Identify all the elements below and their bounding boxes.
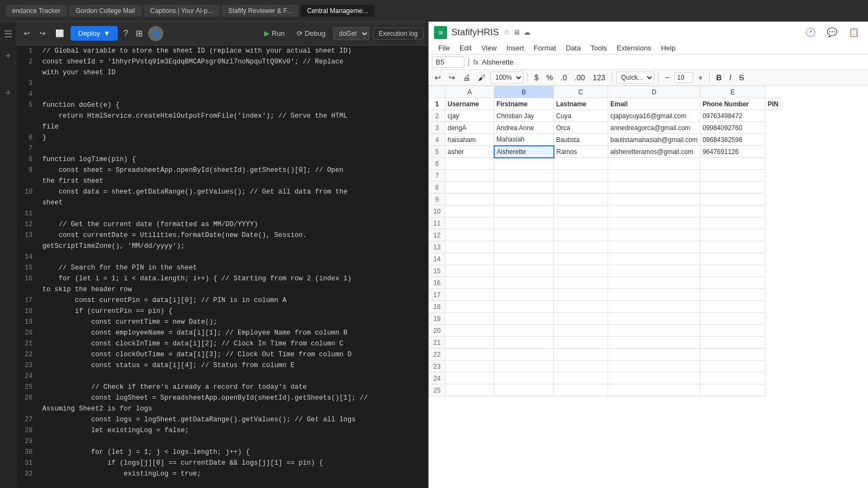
redo-button[interactable]: ↪ xyxy=(36,27,49,40)
empty-cell-7-1[interactable] xyxy=(494,170,554,182)
empty-cell-20-4[interactable] xyxy=(700,325,765,337)
header-cell-5[interactable]: PIN xyxy=(765,98,781,110)
col-header-A[interactable]: A xyxy=(445,86,494,98)
empty-cell-20-3[interactable] xyxy=(608,325,700,337)
empty-cell-21-1[interactable] xyxy=(494,337,554,349)
empty-cell-15-2[interactable] xyxy=(554,265,608,277)
cell-2-c[interactable]: Cuya xyxy=(554,110,608,122)
cell-5-a[interactable]: asher xyxy=(445,146,494,158)
undo-button[interactable]: ↩ xyxy=(21,27,33,40)
tab-central[interactable]: Central Manageme... xyxy=(301,5,374,17)
spreadsheet-container[interactable]: ABCDE1UsernameFirstnameLastnameEmailPhon… xyxy=(429,86,868,488)
formula-input[interactable] xyxy=(482,58,865,66)
cell-3-b[interactable]: Andrea Anne xyxy=(494,122,554,134)
minus-font-btn[interactable]: − xyxy=(662,72,672,84)
cell-3-e[interactable]: 09984092760 xyxy=(700,122,765,134)
bold-btn[interactable]: B xyxy=(713,72,724,84)
menu-item-insert[interactable]: Insert xyxy=(502,42,528,54)
empty-cell-15-4[interactable] xyxy=(700,265,765,277)
empty-cell-14-0[interactable] xyxy=(445,253,494,265)
menu-item-extensions[interactable]: Extensions xyxy=(612,42,656,54)
cell-5-d[interactable]: alsheretteramos@gmail.com xyxy=(608,146,700,158)
cell-4-d[interactable]: bautistamahasiah@gmail.com xyxy=(608,134,700,146)
empty-cell-22-1[interactable] xyxy=(494,349,554,361)
empty-cell-8-1[interactable] xyxy=(494,182,554,194)
empty-cell-6-3[interactable] xyxy=(608,158,700,170)
empty-cell-16-0[interactable] xyxy=(445,277,494,289)
empty-cell-15-3[interactable] xyxy=(608,265,700,277)
empty-cell-6-2[interactable] xyxy=(554,158,608,170)
grid-button[interactable]: ⊞ xyxy=(133,26,145,41)
empty-cell-16-4[interactable] xyxy=(700,277,765,289)
strikethrough-btn[interactable]: S xyxy=(736,72,746,84)
empty-cell-19-0[interactable] xyxy=(445,313,494,325)
empty-cell-18-3[interactable] xyxy=(608,301,700,313)
empty-cell-23-3[interactable] xyxy=(608,361,700,373)
tab-attendance[interactable]: endance Tracker xyxy=(5,5,67,17)
col-header-B[interactable]: B xyxy=(494,86,554,98)
empty-cell-19-1[interactable] xyxy=(494,313,554,325)
tab-mail[interactable]: Gordon College Mail xyxy=(69,5,141,17)
tab-captions[interactable]: Captions | Your AI-p... xyxy=(144,5,220,17)
empty-cell-17-1[interactable] xyxy=(494,289,554,301)
user-avatar[interactable]: 👤 xyxy=(148,26,163,41)
empty-cell-6-1[interactable] xyxy=(494,158,554,170)
empty-cell-20-1[interactable] xyxy=(494,325,554,337)
empty-cell-11-2[interactable] xyxy=(554,217,608,229)
empty-cell-10-2[interactable] xyxy=(554,206,608,217)
empty-cell-16-1[interactable] xyxy=(494,277,554,289)
percent-btn[interactable]: % xyxy=(544,72,556,84)
cell-2-b[interactable]: Christian Jay xyxy=(494,110,554,122)
header-cell-2[interactable]: Lastname xyxy=(554,98,608,110)
empty-cell-10-1[interactable] xyxy=(494,206,554,217)
empty-cell-18-1[interactable] xyxy=(494,301,554,313)
sheets-chat-btn[interactable]: 💬 xyxy=(824,25,841,40)
empty-cell-19-3[interactable] xyxy=(608,313,700,325)
empty-cell-20-0[interactable] xyxy=(445,325,494,337)
cell-2-e[interactable]: 09763498472 xyxy=(700,110,765,122)
print-btn[interactable]: 🖨 xyxy=(460,72,473,84)
header-cell-4[interactable]: Phone Number xyxy=(700,98,765,110)
sidebar-add2-icon[interactable]: ＋ xyxy=(1,84,15,101)
menu-item-data[interactable]: Data xyxy=(561,42,585,54)
empty-cell-8-2[interactable] xyxy=(554,182,608,194)
sidebar-add-icon[interactable]: ＋ xyxy=(1,47,15,64)
cell-reference-input[interactable] xyxy=(432,56,464,68)
empty-cell-18-4[interactable] xyxy=(700,301,765,313)
currency-btn[interactable]: $ xyxy=(532,72,541,84)
empty-cell-13-1[interactable] xyxy=(494,241,554,253)
undo-sheets-btn[interactable]: ↩ xyxy=(432,72,444,84)
menu-item-format[interactable]: Format xyxy=(529,42,560,54)
star-icon[interactable]: ☆ xyxy=(503,28,510,36)
col-header-D[interactable]: D xyxy=(608,86,700,98)
empty-cell-23-1[interactable] xyxy=(494,361,554,373)
cell-3-a[interactable]: dengA xyxy=(445,122,494,134)
save-button[interactable]: ⬜ xyxy=(52,27,67,40)
header-cell-3[interactable]: Email xyxy=(608,98,700,110)
italic-btn[interactable]: I xyxy=(726,72,734,84)
empty-cell-14-4[interactable] xyxy=(700,253,765,265)
cell-2-d[interactable]: cjapaycuya16@gmail.com xyxy=(608,110,700,122)
empty-cell-18-2[interactable] xyxy=(554,301,608,313)
sheets-history-btn[interactable]: 🕐 xyxy=(802,25,819,40)
empty-cell-9-1[interactable] xyxy=(494,194,554,206)
empty-cell-16-2[interactable] xyxy=(554,277,608,289)
code-editor[interactable]: 1// Global variable to store the sheet I… xyxy=(16,46,428,488)
drive-icon[interactable]: 🖥 xyxy=(513,28,520,36)
empty-cell-24-2[interactable] xyxy=(554,373,608,384)
empty-cell-11-4[interactable] xyxy=(700,217,765,229)
empty-cell-23-4[interactable] xyxy=(700,361,765,373)
empty-cell-15-0[interactable] xyxy=(445,265,494,277)
debug-button[interactable]: ⟳ Debug xyxy=(292,27,330,40)
empty-cell-17-4[interactable] xyxy=(700,289,765,301)
header-cell-0[interactable]: Username xyxy=(445,98,494,110)
empty-cell-17-3[interactable] xyxy=(608,289,700,301)
empty-cell-11-3[interactable] xyxy=(608,217,700,229)
cell-2-a[interactable]: cjay xyxy=(445,110,494,122)
empty-cell-11-0[interactable] xyxy=(445,217,494,229)
empty-cell-7-4[interactable] xyxy=(700,170,765,182)
empty-cell-9-3[interactable] xyxy=(608,194,700,206)
empty-cell-12-1[interactable] xyxy=(494,229,554,241)
empty-cell-14-3[interactable] xyxy=(608,253,700,265)
header-cell-1[interactable]: Firstname xyxy=(494,98,554,110)
